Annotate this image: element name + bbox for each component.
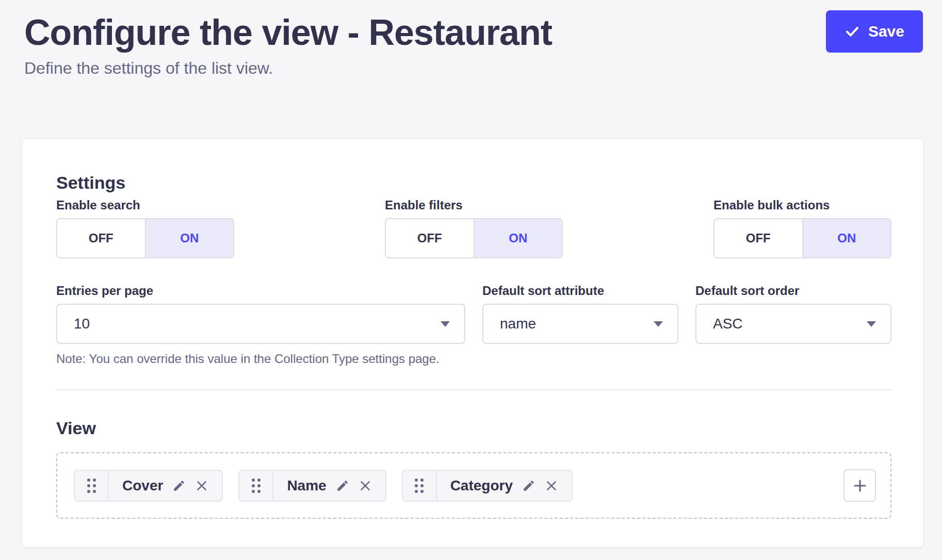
settings-section-title: Settings bbox=[56, 172, 891, 193]
field-chip-label: Category bbox=[450, 477, 513, 494]
view-section-title: View bbox=[56, 417, 891, 439]
entries-per-page-select[interactable]: 10 bbox=[56, 304, 465, 344]
settings-card: Settings Enable search OFF ON Enable fil… bbox=[22, 139, 923, 547]
enable-filters-toggle: OFF ON bbox=[385, 218, 563, 258]
add-field-button[interactable] bbox=[843, 469, 876, 502]
toggle-on-option[interactable]: ON bbox=[802, 219, 891, 257]
field-chip-name[interactable]: Name bbox=[238, 470, 386, 502]
enable-bulk-actions-toggle: OFF ON bbox=[713, 218, 891, 258]
field-label: Default sort order bbox=[695, 283, 891, 299]
save-button-label: Save bbox=[868, 23, 904, 40]
page-title: Configure the view - Restaurant bbox=[24, 10, 942, 55]
toggle-off-option[interactable]: OFF bbox=[386, 219, 474, 257]
field-chip-label: Name bbox=[287, 477, 326, 494]
toggles-row: Enable search OFF ON Enable filters OFF … bbox=[56, 197, 891, 258]
default-sort-order-select[interactable]: ASC bbox=[695, 304, 891, 344]
field-label: Default sort attribute bbox=[482, 283, 678, 299]
default-sort-attribute-select[interactable]: name bbox=[482, 304, 678, 344]
select-value: 10 bbox=[74, 316, 90, 332]
field-enable-bulk-actions: Enable bulk actions OFF ON bbox=[713, 197, 891, 258]
toggle-off-option[interactable]: OFF bbox=[714, 219, 802, 257]
field-enable-search: Enable search OFF ON bbox=[56, 197, 234, 258]
chevron-down-icon bbox=[441, 321, 450, 327]
field-label: Enable bulk actions bbox=[713, 197, 891, 213]
check-icon bbox=[844, 24, 860, 39]
close-icon[interactable] bbox=[359, 479, 372, 492]
enable-search-toggle: OFF ON bbox=[56, 218, 234, 258]
select-value: ASC bbox=[713, 316, 743, 332]
field-label: Enable search bbox=[56, 197, 234, 213]
field-chip-cover[interactable]: Cover bbox=[74, 470, 223, 502]
toggle-on-option[interactable]: ON bbox=[145, 219, 234, 257]
view-fields-dropzone: Cover Name bbox=[56, 452, 891, 519]
chevron-down-icon bbox=[654, 321, 663, 327]
field-enable-filters: Enable filters OFF ON bbox=[385, 197, 563, 258]
pencil-icon[interactable] bbox=[522, 479, 535, 492]
select-value: name bbox=[500, 316, 536, 332]
pencil-icon[interactable] bbox=[336, 479, 349, 492]
entries-per-page-note: Note: You can override this value in the… bbox=[56, 351, 465, 367]
drag-handle-icon[interactable] bbox=[75, 471, 109, 501]
selects-row: Entries per page 10 Note: You can overri… bbox=[56, 283, 891, 367]
field-chip-label: Cover bbox=[122, 477, 163, 494]
close-icon[interactable] bbox=[195, 479, 208, 492]
toggle-on-option[interactable]: ON bbox=[474, 219, 562, 257]
field-entries-per-page: Entries per page 10 Note: You can overri… bbox=[56, 283, 465, 367]
section-divider bbox=[56, 389, 891, 390]
page-header: Configure the view - Restaurant Define t… bbox=[0, 0, 942, 78]
close-icon[interactable] bbox=[545, 479, 558, 492]
plus-icon bbox=[852, 477, 868, 494]
field-label: Enable filters bbox=[385, 197, 563, 213]
page-subtitle: Define the settings of the list view. bbox=[24, 58, 942, 78]
save-button[interactable]: Save bbox=[826, 10, 923, 53]
field-chip-category[interactable]: Category bbox=[402, 470, 573, 502]
drag-handle-icon[interactable] bbox=[403, 471, 437, 501]
drag-handle-icon[interactable] bbox=[239, 471, 273, 501]
toggle-off-option[interactable]: OFF bbox=[57, 219, 145, 257]
field-default-sort-order: Default sort order ASC bbox=[695, 283, 891, 367]
chevron-down-icon bbox=[867, 321, 876, 327]
field-default-sort-attribute: Default sort attribute name bbox=[482, 283, 678, 367]
pencil-icon[interactable] bbox=[172, 479, 186, 492]
field-label: Entries per page bbox=[56, 283, 465, 299]
